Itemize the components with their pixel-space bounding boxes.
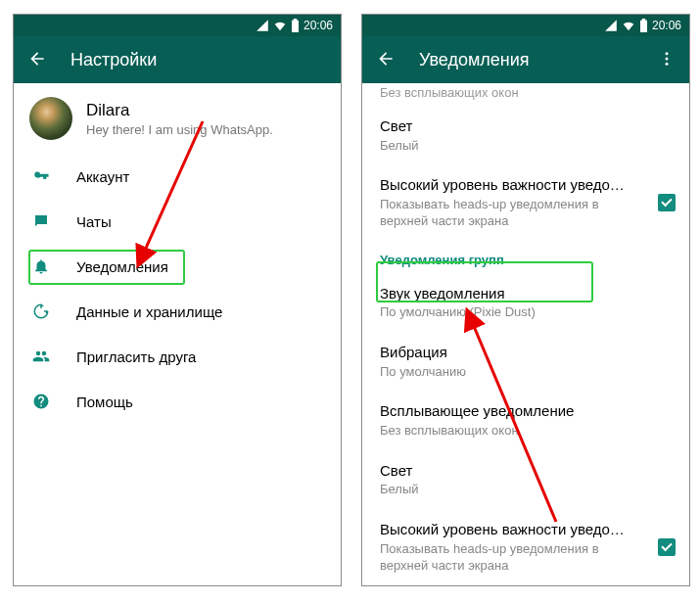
pref-sub: Показывать heads-up уведомления в верхне…: [380, 197, 630, 230]
pref-sub: По умолчанию (Pixie Dust): [380, 304, 674, 321]
section-calls: Уведомления звонков: [362, 585, 689, 586]
key-icon: [31, 167, 51, 185]
menu-label: Уведомления: [76, 258, 168, 275]
status-bar: 20:06: [362, 15, 689, 36]
profile-texts: Dilara Hey there! I am using WhatsApp.: [86, 101, 325, 137]
pref-high-priority[interactable]: Высокий уровень важности уведомлений Пок…: [362, 164, 689, 240]
wifi-icon: [622, 19, 635, 32]
checkbox-icon[interactable]: [658, 538, 676, 556]
battery-icon: [291, 19, 300, 32]
pref-title: Высокий уровень важности уведомлений: [380, 175, 634, 195]
pref-title: Высокий уровень важности уведомлений: [380, 520, 634, 539]
menu-label: Помощь: [76, 394, 133, 410]
status-time: 20:06: [652, 19, 681, 32]
profile-status: Hey there! I am using WhatsApp.: [86, 122, 325, 137]
checkbox-icon[interactable]: [658, 194, 676, 211]
pref-vibration[interactable]: Вибрация По умолчанию: [362, 332, 689, 391]
pref-sub: Белый: [380, 482, 674, 498]
menu-account[interactable]: Аккаунт: [14, 154, 341, 199]
status-time: 20:06: [303, 19, 333, 32]
page-title: Уведомления: [419, 50, 530, 70]
profile-name: Dilara: [86, 101, 325, 120]
app-bar: Настройки: [14, 36, 341, 83]
back-icon[interactable]: [376, 49, 396, 71]
menu-label: Пригласить друга: [76, 348, 196, 365]
pref-popup-partial: Без всплывающих окон: [362, 83, 689, 106]
menu-notifications[interactable]: Уведомления: [14, 244, 341, 289]
chat-icon: [31, 212, 51, 230]
pref-light[interactable]: Свет Белый: [362, 106, 689, 164]
pref-title: Звук уведомления: [380, 284, 674, 303]
svg-point-1: [666, 52, 669, 55]
menu-label: Данные и хранилище: [76, 303, 222, 320]
menu-chats[interactable]: Чаты: [14, 199, 341, 244]
menu-help[interactable]: Помощь: [14, 379, 341, 424]
signal-icon: [604, 19, 618, 32]
svg-point-3: [666, 62, 669, 65]
battery-icon: [639, 19, 648, 32]
menu-label: Чаты: [76, 213, 112, 230]
profile-row[interactable]: Dilara Hey there! I am using WhatsApp.: [14, 83, 341, 154]
pref-sub: Белый: [380, 138, 674, 155]
app-bar: Уведомления: [362, 36, 689, 83]
pref-high-priority-2[interactable]: Высокий уровень важности уведомлений Пок…: [362, 509, 689, 584]
avatar: [29, 97, 72, 140]
signal-icon: [256, 19, 269, 32]
data-icon: [31, 302, 51, 320]
menu-invite[interactable]: Пригласить друга: [14, 334, 341, 379]
pref-popup[interactable]: Всплывающее уведомление Без всплывающих …: [362, 391, 689, 449]
pref-light-2[interactable]: Свет Белый: [362, 450, 689, 509]
menu-data-storage[interactable]: Данные и хранилище: [14, 289, 341, 334]
people-icon: [31, 348, 51, 365]
back-icon[interactable]: [27, 49, 47, 71]
pref-title: Вибрация: [380, 343, 674, 362]
pref-sub: Показывать heads-up уведомления в верхне…: [380, 541, 630, 575]
pref-sound[interactable]: Звук уведомления По умолчанию (Pixie Dus…: [362, 273, 689, 332]
pref-title: Свет: [380, 116, 674, 136]
help-icon: [31, 393, 51, 410]
status-bar: 20:06: [14, 15, 341, 36]
svg-point-2: [666, 57, 669, 60]
pref-title: Всплывающее уведомление: [380, 401, 674, 421]
section-groups: Уведомления групп: [362, 241, 689, 273]
pref-sub: По умолчанию: [380, 364, 488, 381]
menu-label: Аккаунт: [76, 168, 129, 185]
bell-icon: [31, 257, 51, 275]
phone-notifications: 20:06 Уведомления Без всплывающих окон С…: [361, 14, 690, 586]
pref-sub: Без всплывающих окон: [380, 423, 674, 440]
page-title: Настройки: [70, 50, 157, 70]
phone-settings: 20:06 Настройки Dilara Hey there! I am u…: [13, 14, 342, 586]
wifi-icon: [273, 19, 287, 32]
overflow-menu-icon[interactable]: [658, 50, 676, 70]
pref-title: Свет: [380, 461, 674, 481]
